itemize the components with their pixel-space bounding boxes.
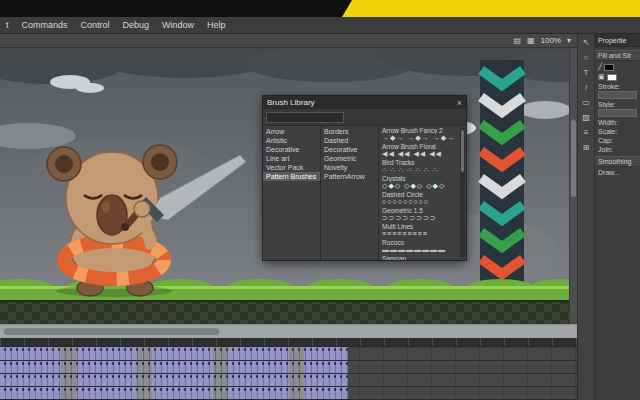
style-dropdown[interactable] xyxy=(598,109,637,117)
brush-item[interactable]: Rococo ▬▬▬▬▬▬▬▬ xyxy=(382,239,458,254)
text-tool-icon[interactable]: T xyxy=(580,68,593,78)
stage-horizontal-scrollbar[interactable] xyxy=(0,324,577,338)
fill-stroke-section-header[interactable]: Fill and Str xyxy=(595,50,640,61)
brush-subcategory-item[interactable]: Borders xyxy=(321,127,378,136)
timeline-layer-row[interactable] xyxy=(0,361,577,374)
brush-name: Geometric 1.5 xyxy=(382,207,458,214)
brush-item[interactable]: Arrow Brush Fancy 2 →◆→ →◆→ →◆→ xyxy=(382,127,458,142)
properties-panel: Propertie Fill and Str ╱ ▣ Stroke: Style… xyxy=(595,34,640,400)
brush-category-item[interactable]: Line art xyxy=(263,154,320,163)
keyframe-span[interactable] xyxy=(0,374,348,386)
timeline-layer-row[interactable] xyxy=(0,374,577,387)
zoom-dropdown-icon[interactable]: ▾ xyxy=(567,36,571,45)
brush-list-scrollbar[interactable] xyxy=(460,128,465,258)
fill-color-swatch[interactable] xyxy=(607,74,617,81)
scale-label: Scale: xyxy=(595,126,640,135)
brush-name: Multi Lines xyxy=(382,223,458,230)
fit-view-icon[interactable]: ▦ xyxy=(527,36,535,45)
menu-item[interactable]: t xyxy=(6,20,9,30)
stroke-color-swatch[interactable] xyxy=(604,64,614,71)
brush-library-panel: Brush Library × Arrow Artistic Decorativ… xyxy=(262,95,467,261)
brush-item[interactable]: Samoan ∧ ∧ ∧ ∧ ∧ ∧ xyxy=(382,255,458,260)
brush-category-item[interactable]: Pattern Brushes xyxy=(263,172,320,181)
line-tool-icon[interactable]: / xyxy=(580,83,593,93)
style-label: Style: xyxy=(595,99,640,108)
stroke-size-field[interactable] xyxy=(598,91,637,99)
brush-item[interactable]: Bird Tracks ∴ ∴ ∴ ∴ ∴ ∴ ∴ xyxy=(382,159,458,174)
brush-list-scrollbar-thumb[interactable] xyxy=(461,130,464,172)
brush-item[interactable]: Crystals ◇◆◇ ◇◆◇ ◇◆◇ xyxy=(382,175,458,190)
zoom-tool-icon[interactable]: ⊞ xyxy=(580,143,593,153)
timeline-layer-row[interactable] xyxy=(0,347,577,360)
brush-item[interactable]: Multi Lines ≡≡≡≡≡≡≡≡≡ xyxy=(382,223,458,238)
menu-bar: t Commands Control Debug Window Help xyxy=(0,17,640,34)
stroke-label: Stroke: xyxy=(595,81,640,90)
brush-category-item[interactable]: Arrow xyxy=(263,127,320,136)
draw-label: Draw... xyxy=(595,167,640,176)
window-title-strip xyxy=(0,0,640,17)
brush-subcategory-item[interactable]: Geometric xyxy=(321,154,378,163)
brush-preview: →◆→ →◆→ →◆→ xyxy=(382,134,458,142)
paint-bucket-tool-icon[interactable]: ▨ xyxy=(580,113,593,123)
brush-library-titlebar[interactable]: Brush Library × xyxy=(263,96,466,109)
brush-preview: ▬▬▬▬▬▬▬▬ xyxy=(382,246,458,254)
keyframe-span[interactable] xyxy=(0,347,348,359)
brush-search-input[interactable] xyxy=(266,112,344,123)
menu-item[interactable]: Window xyxy=(162,20,194,30)
brush-category-item[interactable]: Artistic xyxy=(263,136,320,145)
brush-item[interactable]: Geometric 1.5 ⊃⊃⊃⊃⊃⊃⊃⊃ xyxy=(382,207,458,222)
brush-subcategory-list: Borders Dashed Decorative Geometric Nove… xyxy=(321,126,379,260)
timeline-layer-row[interactable] xyxy=(0,387,577,400)
fill-color-icon: ▣ xyxy=(598,73,605,81)
stage-horizontal-scrollbar-thumb[interactable] xyxy=(4,328,219,335)
stroke-color-row: ╱ xyxy=(595,61,640,71)
brush-name: Bird Tracks xyxy=(382,159,458,166)
brush-search-bar xyxy=(263,109,466,126)
brush-item[interactable]: Dashed Circle ○○○○○○○○○ xyxy=(382,191,458,206)
brush-name: Crystals xyxy=(382,175,458,182)
smoothing-section-header[interactable]: Smoothing xyxy=(595,156,640,167)
brush-subcategory-item[interactable]: PatternArrow xyxy=(321,172,378,181)
brush-preview: ≡≡≡≡≡≡≡≡≡ xyxy=(382,230,458,238)
zoom-level[interactable]: 100% xyxy=(541,36,561,45)
menu-item[interactable]: Commands xyxy=(22,20,68,30)
fill-color-row: ▣ xyxy=(595,71,640,81)
animate-app-window: t Commands Control Debug Window Help ▤ ▦… xyxy=(0,0,640,400)
screen-mode-icon[interactable]: ▤ xyxy=(513,36,521,45)
brush-name: Arrow Brush Floral xyxy=(382,143,458,150)
yellow-accent-band xyxy=(342,0,640,17)
timeline-ruler[interactable] xyxy=(0,338,577,347)
stage-view-bar: ▤ ▦ 100% ▾ xyxy=(0,34,577,48)
selection-tool-icon[interactable]: ↖ xyxy=(580,38,593,48)
close-icon[interactable]: × xyxy=(457,98,462,108)
totem-pole xyxy=(480,60,524,286)
brush-library-body: Arrow Artistic Decorative Line art Vecto… xyxy=(263,126,466,260)
brush-name: Rococo xyxy=(382,239,458,246)
brush-library-title: Brush Library xyxy=(267,98,315,107)
menu-item[interactable]: Debug xyxy=(123,20,150,30)
brush-subcategory-item[interactable]: Novelty xyxy=(321,163,378,172)
stage-vertical-scrollbar[interactable] xyxy=(569,48,577,324)
stage-vertical-scrollbar-thumb[interactable] xyxy=(571,120,576,197)
brush-subcategory-item[interactable]: Decorative xyxy=(321,145,378,154)
brush-tool-icon[interactable]: ≡ xyxy=(580,128,593,138)
rectangle-tool-icon[interactable]: ▭ xyxy=(580,98,593,108)
menu-item[interactable]: Help xyxy=(207,20,226,30)
brush-name: Samoan xyxy=(382,255,458,260)
brush-name: Arrow Brush Fancy 2 xyxy=(382,127,458,134)
brush-preview: ○○○○○○○○○ xyxy=(382,198,458,206)
brush-preview-list: Arrow Brush Fancy 2 →◆→ →◆→ →◆→ Arrow Br… xyxy=(379,126,466,260)
brush-preview: ∴ ∴ ∴ ∴ ∴ ∴ ∴ xyxy=(382,166,458,174)
brush-category-item[interactable]: Decorative xyxy=(263,145,320,154)
keyframe-span[interactable] xyxy=(0,361,348,373)
properties-tab[interactable]: Propertie xyxy=(595,34,640,47)
keyframe-span[interactable] xyxy=(0,387,348,399)
brush-name: Dashed Circle xyxy=(382,191,458,198)
brush-subcategory-item[interactable]: Dashed xyxy=(321,136,378,145)
width-label: Width: xyxy=(595,117,640,126)
lasso-tool-icon[interactable]: ○ xyxy=(580,53,593,63)
brush-category-item[interactable]: Vector Pack xyxy=(263,163,320,172)
brush-item[interactable]: Arrow Brush Floral ◀◀ ◀◀ ◀◀ ◀◀ xyxy=(382,143,458,158)
tools-panel: ↖ ○ T / ▭ ▨ ≡ ⊞ xyxy=(578,34,595,400)
menu-item[interactable]: Control xyxy=(81,20,110,30)
